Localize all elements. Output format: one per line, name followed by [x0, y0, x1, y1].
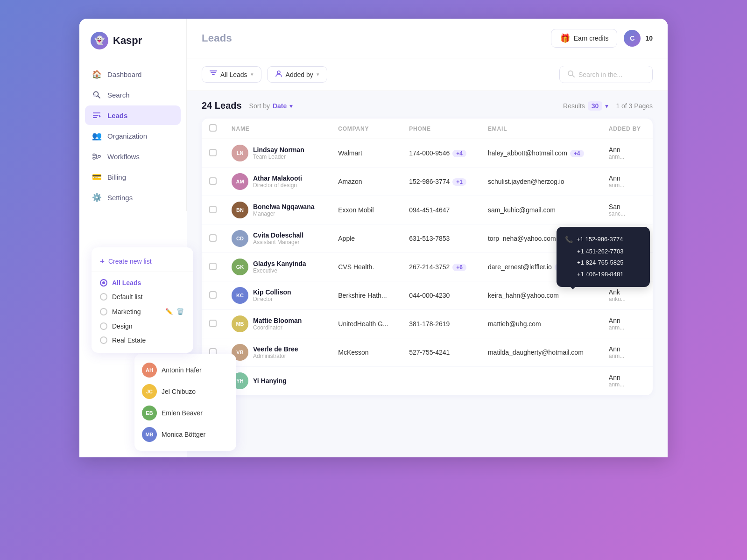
list-item-actions: ✏️ 🗑️	[164, 307, 185, 316]
leads-count: 24 Leads	[202, 100, 242, 111]
list-item-marketing[interactable]: Marketing ✏️ 🗑️	[92, 304, 193, 319]
row-checkbox-cell	[202, 310, 224, 338]
sidebar-item-workflows[interactable]: Workflows	[85, 147, 181, 166]
added-by-filter-button[interactable]: Added by ▾	[267, 66, 327, 83]
row-checkbox[interactable]	[209, 206, 217, 213]
list-item-real-estate[interactable]: Real Estate	[92, 333, 193, 347]
col-company: COMPANY	[331, 119, 402, 139]
sort-date-button[interactable]: Date	[273, 102, 287, 110]
name-cell: KC Kip Collison Director	[224, 281, 331, 310]
list-item-all-leads[interactable]: All Leads	[92, 276, 193, 290]
phone-tooltip: 📞 +1 152-986-3774 +1 451-262-7703 +1 824…	[557, 227, 650, 287]
email-cell: mattieb@uhg.com	[480, 310, 601, 338]
user-badge: C	[624, 30, 641, 47]
user-name: Emlen Beaver	[162, 409, 203, 417]
row-checkbox[interactable]	[209, 177, 217, 185]
table-row[interactable]: BN Bonelwa Ngqawana Manager Exxon Mobil0…	[202, 196, 653, 224]
sidebar-item-organization[interactable]: 👥 Organization	[85, 126, 181, 146]
list-item-design[interactable]: Design	[92, 319, 193, 333]
name-cell: AM Athar Malakooti Director of design	[224, 168, 331, 196]
lead-name: Athar Malakooti	[253, 175, 302, 182]
added-by-sub: anm...	[609, 324, 645, 331]
company-cell: Berkshire Hath...	[331, 281, 402, 310]
phone-number: 044-000-4230	[409, 292, 450, 299]
row-checkbox[interactable]	[209, 291, 217, 299]
sidebar-item-billing[interactable]: 💳 Billing	[85, 167, 181, 187]
added-by-name: Ank	[609, 288, 645, 296]
row-checkbox[interactable]	[209, 149, 217, 156]
all-leads-filter-button[interactable]: All Leads ▾	[202, 66, 261, 83]
email-extra-badge[interactable]: +4	[570, 150, 584, 157]
sidebar-item-label: Leads	[107, 112, 127, 119]
email-cell: haley_abbott@hotmail.com+4	[480, 139, 601, 168]
user-info: C 10	[624, 30, 653, 47]
table-row[interactable]: YH Yi Hanying Ann anm...	[202, 367, 653, 395]
row-checkbox[interactable]	[209, 320, 217, 327]
added-by-sub: anm...	[609, 353, 645, 359]
added-by-info: Ank anku...	[609, 288, 645, 302]
added-by-sub: anku...	[609, 296, 645, 302]
sidebar-item-settings[interactable]: ⚙️ Settings	[85, 188, 181, 207]
tooltip-phone-4: +1 406-198-8481	[565, 269, 641, 280]
name-cell: MB Mattie Blooman Coordinator	[224, 310, 331, 338]
toolbar: All Leads ▾ Added by ▾	[187, 58, 668, 91]
logo-icon: 👻	[91, 32, 108, 49]
lead-avatar: MB	[232, 315, 248, 332]
phone-extra-badge[interactable]: +4	[452, 150, 466, 157]
search-box[interactable]: Search in the...	[559, 66, 653, 83]
sidebar-item-dashboard[interactable]: 🏠 Dashboard	[85, 64, 181, 84]
row-checkbox-cell	[202, 168, 224, 196]
chevron-down-icon: ▾	[317, 71, 319, 77]
results-chevron-icon: ▾	[605, 102, 608, 110]
added-by-info: Ann anm...	[609, 317, 645, 331]
table-header-row: NAME COMPANY PHONE EMAIL ADDED BY	[202, 119, 653, 139]
delete-list-button[interactable]: 🗑️	[176, 307, 185, 316]
user-row-eb[interactable]: EB Emlen Beaver	[142, 402, 229, 424]
table-row[interactable]: VB Veerle de Bree Administrator McKesson…	[202, 338, 653, 367]
company-cell	[331, 367, 402, 395]
row-checkbox[interactable]	[209, 263, 217, 270]
phone-number: 094-451-4647	[409, 206, 450, 214]
user-row-ah[interactable]: AH Antonin Hafer	[142, 359, 229, 381]
user-row-mb[interactable]: MB Monica Böttger	[142, 424, 229, 445]
phone-cell	[402, 367, 480, 395]
user-name: Antonin Hafer	[162, 366, 202, 374]
added-by-info: Ann anm...	[609, 175, 645, 189]
added-by-cell: San sanc...	[601, 196, 653, 224]
table-row[interactable]: MB Mattie Blooman Coordinator UnitedHeal…	[202, 310, 653, 338]
sidebar-item-search[interactable]: Search	[85, 85, 181, 105]
table-row[interactable]: AM Athar Malakooti Director of design Am…	[202, 168, 653, 196]
table-row[interactable]: LN Lindsay Norman Team Leader Walmart174…	[202, 139, 653, 168]
lead-title: Director	[253, 296, 291, 302]
earn-credits-button[interactable]: 🎁 Earn credits	[551, 29, 618, 48]
radio-default-list	[100, 293, 107, 301]
create-new-list-button[interactable]: + Create new list	[92, 254, 193, 272]
list-item-default-list[interactable]: Default list	[92, 290, 193, 304]
email-cell	[480, 367, 601, 395]
select-all-checkbox[interactable]	[209, 124, 217, 132]
sidebar-item-leads[interactable]: Leads	[85, 105, 181, 125]
phone-extra-badge[interactable]: +6	[452, 264, 466, 271]
edit-list-button[interactable]: ✏️	[164, 307, 174, 316]
company-cell: Amazon	[331, 168, 402, 196]
user-avatar-ah: AH	[142, 363, 157, 378]
added-by-name: Ann	[609, 146, 645, 154]
header-right: 🎁 Earn credits C 10	[551, 29, 653, 48]
phone-cell: 094-451-4647	[402, 196, 480, 224]
leads-header: 24 Leads Sort by Date ▾ Results 30 ▾ 1 o…	[202, 100, 653, 111]
radio-real-estate	[100, 336, 107, 344]
company-cell: UnitedHealth G...	[331, 310, 402, 338]
company-cell: Apple	[331, 224, 402, 253]
row-checkbox[interactable]	[209, 234, 217, 242]
settings-icon: ⚙️	[92, 192, 102, 203]
col-phone: PHONE	[402, 119, 480, 139]
phone-extra-badge[interactable]: +1	[452, 178, 466, 186]
added-by-cell: Ann anm...	[601, 367, 653, 395]
sidebar-item-label: Dashboard	[107, 70, 141, 78]
user-row-jc[interactable]: JC Jel Chibuzo	[142, 381, 229, 402]
sidebar-item-label: Search	[107, 91, 130, 99]
sidebar: 👻 Kaspr 🏠 Dashboard	[79, 19, 187, 211]
sort-by: Sort by Date ▾	[249, 102, 293, 110]
added-by-info: Ann anm...	[609, 345, 645, 359]
leads-area: 24 Leads Sort by Date ▾ Results 30 ▾ 1 o…	[187, 91, 668, 457]
